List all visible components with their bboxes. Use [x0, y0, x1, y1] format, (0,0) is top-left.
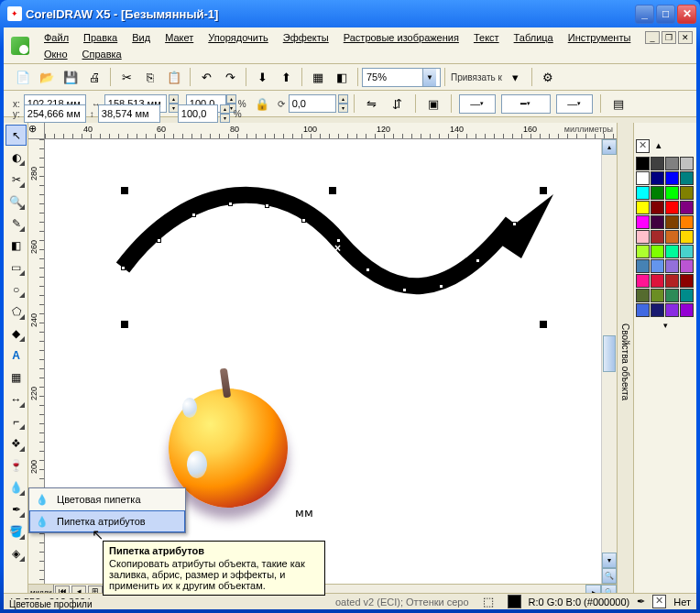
color-swatch[interactable] — [651, 230, 664, 244]
height-field[interactable]: 38,574 мм — [98, 104, 160, 123]
menu-bitmaps[interactable]: Растровые изображения — [336, 29, 466, 46]
new-button[interactable]: 📄 — [12, 66, 34, 88]
options-button[interactable]: ⚙ — [537, 66, 559, 88]
mirror-h-button[interactable]: ⇋ — [361, 93, 383, 115]
docker-tab-object-properties[interactable]: Свойства объекта — [618, 123, 634, 600]
color-swatch[interactable] — [636, 186, 650, 200]
open-button[interactable]: 📂 — [36, 66, 58, 88]
copy-button[interactable]: ⎘ — [139, 66, 161, 88]
welcome-button[interactable]: ◧ — [331, 66, 353, 88]
color-swatch[interactable] — [680, 274, 694, 288]
basic-shapes-tool[interactable]: ◆ — [5, 323, 27, 344]
color-swatch[interactable] — [665, 245, 679, 258]
color-swatch[interactable] — [665, 259, 679, 273]
color-swatch[interactable] — [636, 259, 650, 273]
outline-tool[interactable]: ✒ — [5, 498, 27, 520]
color-swatch[interactable] — [680, 201, 694, 214]
color-swatch[interactable] — [680, 245, 694, 258]
zoom-combo[interactable]: 75% ▼ — [362, 68, 441, 87]
fill-tool[interactable]: 🪣 — [5, 520, 27, 542]
color-swatch[interactable] — [636, 230, 650, 244]
color-swatch[interactable] — [651, 274, 664, 288]
end-arrow-combo[interactable]: —▾ — [556, 94, 593, 114]
menu-table[interactable]: Таблица — [507, 29, 561, 46]
text-tool[interactable]: A — [5, 345, 27, 366]
paste-button[interactable]: 📋 — [163, 66, 185, 88]
app-launcher-button[interactable]: ▦ — [307, 66, 329, 88]
start-arrow-combo[interactable]: —▾ — [459, 94, 496, 114]
color-swatch[interactable] — [680, 259, 694, 273]
menu-window[interactable]: Окно — [37, 46, 75, 62]
color-swatch[interactable] — [636, 303, 650, 317]
menu-effects[interactable]: Эффекты — [276, 29, 336, 46]
dimension-tool[interactable]: ↔ — [5, 389, 27, 410]
horizontal-ruler[interactable]: 40 60 80 100 120 140 160 миллиметры — [28, 123, 617, 139]
lock-ratio-button[interactable]: 🔒 — [251, 93, 273, 115]
pick-tool[interactable]: ↖ — [5, 125, 27, 146]
color-swatch[interactable] — [636, 245, 650, 258]
color-swatch[interactable] — [636, 201, 650, 214]
color-swatch[interactable] — [680, 303, 694, 317]
wrap-text-button[interactable]: ▤ — [607, 93, 629, 115]
color-swatch[interactable] — [651, 303, 664, 317]
color-swatch[interactable] — [665, 274, 679, 288]
line-style-combo[interactable]: ━▾ — [501, 94, 551, 114]
rotation-field[interactable]: 0,0 — [289, 94, 336, 113]
scale-y-field[interactable]: 100,0 — [178, 104, 218, 123]
eyedropper-tool[interactable]: 💧 — [5, 476, 27, 498]
color-swatch[interactable] — [665, 289, 679, 302]
color-swatch[interactable] — [680, 157, 694, 170]
color-swatch[interactable] — [680, 289, 694, 302]
menu-text[interactable]: Текст — [466, 29, 507, 46]
transparency-tool[interactable]: 🍷 — [5, 454, 27, 476]
color-proof-button[interactable]: ⬚ — [477, 591, 499, 613]
table-tool[interactable]: ▦ — [5, 367, 27, 388]
snap-dropdown[interactable]: ▾ — [505, 66, 527, 88]
undo-button[interactable]: ↶ — [195, 66, 217, 88]
polygon-tool[interactable]: ⬠ — [5, 301, 27, 322]
zoom-in-button[interactable]: 🔍 — [602, 568, 617, 584]
color-swatch[interactable] — [651, 259, 664, 273]
menu-arrange[interactable]: Упорядочить — [201, 29, 275, 46]
crop-tool[interactable]: ✂ — [5, 169, 27, 190]
color-swatch[interactable] — [665, 201, 679, 214]
menu-file[interactable]: Файл — [37, 29, 76, 46]
y-position-field[interactable]: 254,666 мм — [24, 104, 86, 123]
color-swatch[interactable] — [665, 303, 679, 317]
color-swatch[interactable] — [651, 171, 664, 185]
shape-tool[interactable]: ◐ — [5, 147, 27, 168]
color-swatch[interactable] — [680, 230, 694, 244]
import-button[interactable]: ⬇ — [251, 66, 273, 88]
stroke-swatch[interactable] — [652, 595, 666, 608]
color-swatch[interactable] — [651, 289, 664, 302]
color-swatch[interactable] — [651, 201, 664, 214]
menu-tools[interactable]: Инструменты — [561, 29, 639, 46]
color-swatch[interactable] — [636, 157, 650, 170]
connector-tool[interactable]: ⌐ — [5, 410, 27, 432]
freehand-tool[interactable]: ✎ — [5, 213, 27, 234]
print-button[interactable]: 🖨 — [83, 66, 105, 88]
color-swatch[interactable] — [651, 245, 664, 258]
mdi-minimize-button[interactable]: _ — [645, 31, 660, 44]
rectangle-tool[interactable]: ▭ — [5, 257, 27, 278]
fill-swatch[interactable] — [508, 595, 521, 608]
attribute-eyedropper-item[interactable]: 💧 Пипетка атрибутов — [29, 510, 185, 532]
export-button[interactable]: ⬆ — [275, 66, 297, 88]
color-swatch[interactable] — [636, 274, 650, 288]
color-swatch[interactable] — [665, 157, 679, 170]
color-swatch[interactable] — [665, 171, 679, 185]
mirror-v-button[interactable]: ⇵ — [387, 93, 409, 115]
color-swatch[interactable] — [636, 215, 650, 229]
menu-layout[interactable]: Макет — [158, 29, 201, 46]
color-swatch[interactable] — [665, 230, 679, 244]
blend-tool[interactable]: ❖ — [5, 432, 27, 454]
smart-fill-tool[interactable]: ◧ — [5, 235, 27, 256]
close-button[interactable]: ✕ — [677, 5, 696, 24]
mdi-close-button[interactable]: ✕ — [678, 31, 693, 44]
ruler-origin[interactable]: ⊕ — [28, 123, 45, 139]
zoom-tool[interactable]: 🔍 — [5, 191, 27, 212]
color-swatch[interactable] — [680, 215, 694, 229]
ungroup-button[interactable]: ▣ — [422, 93, 444, 115]
color-swatch[interactable] — [651, 186, 664, 200]
color-swatch[interactable] — [636, 289, 650, 302]
